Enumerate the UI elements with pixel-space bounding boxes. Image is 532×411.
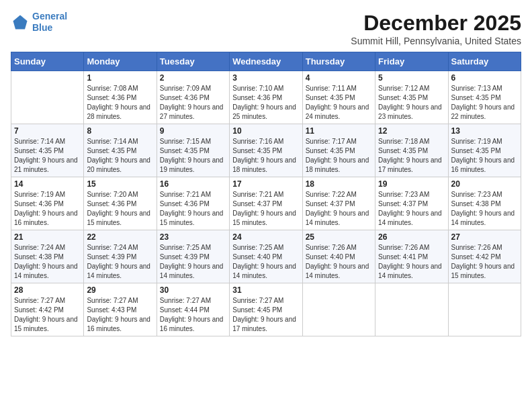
cell-sun-info: Sunrise: 7:26 AMSunset: 4:41 PMDaylight:… (378, 243, 445, 281)
header-tuesday: Tuesday (157, 52, 229, 71)
logo: General Blue (11, 11, 67, 34)
calendar-cell: 11Sunrise: 7:17 AMSunset: 4:35 PMDayligh… (302, 124, 375, 177)
cell-sun-info: Sunrise: 7:26 AMSunset: 4:40 PMDaylight:… (306, 243, 372, 281)
cell-sun-info: Sunrise: 7:20 AMSunset: 4:36 PMDaylight:… (87, 190, 153, 228)
calendar-cell: 14Sunrise: 7:19 AMSunset: 4:36 PMDayligh… (11, 177, 84, 230)
calendar-cell: 26Sunrise: 7:26 AMSunset: 4:41 PMDayligh… (375, 230, 448, 283)
calendar-cell: 17Sunrise: 7:21 AMSunset: 4:37 PMDayligh… (230, 177, 302, 230)
day-number: 15 (87, 179, 153, 189)
calendar-cell: 13Sunrise: 7:19 AMSunset: 4:35 PMDayligh… (448, 124, 521, 177)
calendar-cell (375, 283, 448, 336)
cell-sun-info: Sunrise: 7:26 AMSunset: 4:42 PMDaylight:… (451, 243, 518, 281)
day-number: 20 (451, 179, 518, 189)
day-number: 29 (87, 285, 153, 295)
day-number: 30 (160, 285, 226, 295)
day-number: 16 (160, 179, 226, 189)
cell-sun-info: Sunrise: 7:09 AMSunset: 4:36 PMDaylight:… (160, 84, 226, 122)
day-number: 12 (378, 126, 445, 136)
cell-sun-info: Sunrise: 7:21 AMSunset: 4:36 PMDaylight:… (160, 190, 226, 228)
day-number: 26 (378, 232, 445, 242)
calendar-cell: 30Sunrise: 7:27 AMSunset: 4:44 PMDayligh… (157, 283, 229, 336)
calendar-cell: 31Sunrise: 7:27 AMSunset: 4:45 PMDayligh… (230, 283, 302, 336)
cell-sun-info: Sunrise: 7:23 AMSunset: 4:37 PMDaylight:… (378, 190, 445, 228)
calendar-cell: 22Sunrise: 7:24 AMSunset: 4:39 PMDayligh… (84, 230, 157, 283)
cell-sun-info: Sunrise: 7:25 AMSunset: 4:39 PMDaylight:… (160, 243, 226, 281)
calendar-cell: 6Sunrise: 7:13 AMSunset: 4:35 PMDaylight… (448, 71, 521, 124)
calendar-cell: 8Sunrise: 7:14 AMSunset: 4:35 PMDaylight… (84, 124, 157, 177)
day-number: 9 (160, 126, 226, 136)
day-number: 19 (378, 179, 445, 189)
calendar-cell: 24Sunrise: 7:25 AMSunset: 4:40 PMDayligh… (230, 230, 302, 283)
cell-sun-info: Sunrise: 7:18 AMSunset: 4:35 PMDaylight:… (378, 137, 445, 175)
calendar-cell: 4Sunrise: 7:11 AMSunset: 4:35 PMDaylight… (302, 71, 375, 124)
day-number: 25 (306, 232, 372, 242)
day-number: 28 (14, 285, 81, 295)
day-number: 21 (14, 232, 81, 242)
day-number: 6 (451, 73, 518, 83)
header-thursday: Thursday (302, 52, 375, 71)
day-number: 7 (14, 126, 81, 136)
cell-sun-info: Sunrise: 7:17 AMSunset: 4:35 PMDaylight:… (306, 137, 372, 175)
calendar-cell: 18Sunrise: 7:22 AMSunset: 4:37 PMDayligh… (302, 177, 375, 230)
cell-sun-info: Sunrise: 7:21 AMSunset: 4:37 PMDaylight:… (232, 190, 299, 228)
day-number: 3 (232, 73, 299, 83)
cell-sun-info: Sunrise: 7:12 AMSunset: 4:35 PMDaylight:… (378, 84, 445, 122)
calendar-cell: 27Sunrise: 7:26 AMSunset: 4:42 PMDayligh… (448, 230, 521, 283)
cell-sun-info: Sunrise: 7:14 AMSunset: 4:35 PMDaylight:… (87, 137, 153, 175)
header: General Blue December 2025 Summit Hill, … (11, 11, 521, 46)
cell-sun-info: Sunrise: 7:27 AMSunset: 4:45 PMDaylight:… (232, 296, 299, 334)
logo-icon (11, 13, 30, 32)
calendar-cell: 25Sunrise: 7:26 AMSunset: 4:40 PMDayligh… (302, 230, 375, 283)
day-number: 31 (232, 285, 299, 295)
cell-sun-info: Sunrise: 7:14 AMSunset: 4:35 PMDaylight:… (14, 137, 81, 175)
calendar-cell: 16Sunrise: 7:21 AMSunset: 4:36 PMDayligh… (157, 177, 229, 230)
day-number: 24 (232, 232, 299, 242)
header-monday: Monday (84, 52, 157, 71)
day-number: 27 (451, 232, 518, 242)
calendar-cell: 29Sunrise: 7:27 AMSunset: 4:43 PMDayligh… (84, 283, 157, 336)
cell-sun-info: Sunrise: 7:16 AMSunset: 4:35 PMDaylight:… (232, 137, 299, 175)
calendar-cell: 20Sunrise: 7:23 AMSunset: 4:38 PMDayligh… (448, 177, 521, 230)
day-number: 5 (378, 73, 445, 83)
cell-sun-info: Sunrise: 7:27 AMSunset: 4:44 PMDaylight:… (160, 296, 226, 334)
header-wednesday: Wednesday (230, 52, 302, 71)
cell-sun-info: Sunrise: 7:11 AMSunset: 4:35 PMDaylight:… (306, 84, 372, 122)
cell-sun-info: Sunrise: 7:27 AMSunset: 4:42 PMDaylight:… (14, 296, 81, 334)
day-number: 23 (160, 232, 226, 242)
cell-sun-info: Sunrise: 7:24 AMSunset: 4:38 PMDaylight:… (14, 243, 81, 281)
header-saturday: Saturday (448, 52, 521, 71)
calendar-cell: 1Sunrise: 7:08 AMSunset: 4:36 PMDaylight… (84, 71, 157, 124)
cell-sun-info: Sunrise: 7:25 AMSunset: 4:40 PMDaylight:… (232, 243, 299, 281)
cell-sun-info: Sunrise: 7:13 AMSunset: 4:35 PMDaylight:… (451, 84, 518, 122)
calendar-week-1: 7Sunrise: 7:14 AMSunset: 4:35 PMDaylight… (11, 124, 521, 177)
day-number: 2 (160, 73, 226, 83)
svg-marker-0 (13, 15, 28, 29)
day-number: 10 (232, 126, 299, 136)
calendar-cell: 12Sunrise: 7:18 AMSunset: 4:35 PMDayligh… (375, 124, 448, 177)
calendar: SundayMondayTuesdayWednesdayThursdayFrid… (11, 52, 521, 336)
day-number: 13 (451, 126, 518, 136)
day-number: 14 (14, 179, 81, 189)
cell-sun-info: Sunrise: 7:22 AMSunset: 4:37 PMDaylight:… (306, 190, 372, 228)
calendar-week-2: 14Sunrise: 7:19 AMSunset: 4:36 PMDayligh… (11, 177, 521, 230)
header-sunday: Sunday (11, 52, 84, 71)
header-friday: Friday (375, 52, 448, 71)
cell-sun-info: Sunrise: 7:24 AMSunset: 4:39 PMDaylight:… (87, 243, 153, 281)
calendar-header-row: SundayMondayTuesdayWednesdayThursdayFrid… (11, 52, 521, 71)
location-title: Summit Hill, Pennsylvania, United States (351, 36, 521, 46)
calendar-cell: 21Sunrise: 7:24 AMSunset: 4:38 PMDayligh… (11, 230, 84, 283)
calendar-cell: 9Sunrise: 7:15 AMSunset: 4:35 PMDaylight… (157, 124, 229, 177)
calendar-cell (11, 71, 84, 124)
calendar-cell (302, 283, 375, 336)
calendar-cell: 3Sunrise: 7:10 AMSunset: 4:36 PMDaylight… (230, 71, 302, 124)
calendar-cell: 5Sunrise: 7:12 AMSunset: 4:35 PMDaylight… (375, 71, 448, 124)
calendar-cell: 7Sunrise: 7:14 AMSunset: 4:35 PMDaylight… (11, 124, 84, 177)
day-number: 1 (87, 73, 153, 83)
day-number: 11 (306, 126, 372, 136)
day-number: 4 (306, 73, 372, 83)
calendar-cell: 19Sunrise: 7:23 AMSunset: 4:37 PMDayligh… (375, 177, 448, 230)
calendar-cell: 23Sunrise: 7:25 AMSunset: 4:39 PMDayligh… (157, 230, 229, 283)
day-number: 17 (232, 179, 299, 189)
cell-sun-info: Sunrise: 7:15 AMSunset: 4:35 PMDaylight:… (160, 137, 226, 175)
calendar-cell: 2Sunrise: 7:09 AMSunset: 4:36 PMDaylight… (157, 71, 229, 124)
